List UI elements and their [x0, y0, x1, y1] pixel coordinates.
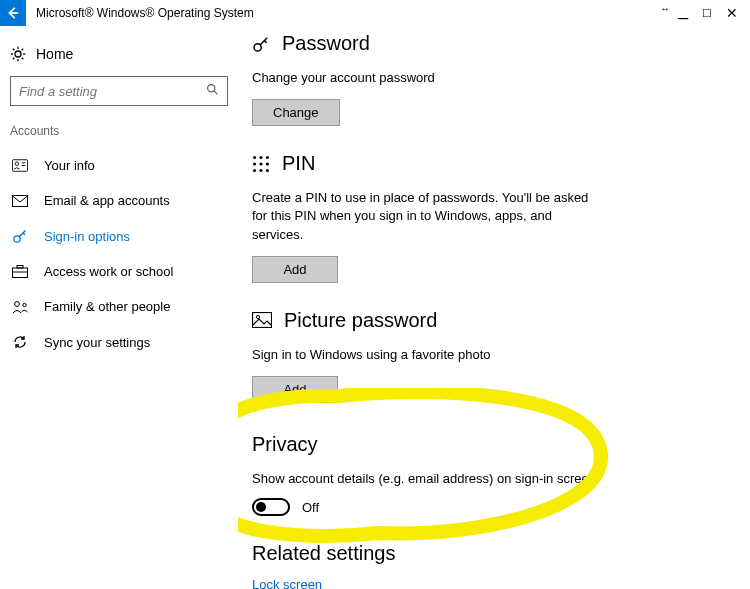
svg-point-29 [259, 156, 262, 159]
svg-point-10 [208, 85, 215, 92]
back-button[interactable] [0, 0, 26, 26]
toggle-knob [256, 502, 266, 512]
privacy-toggle[interactable] [252, 498, 290, 516]
svg-point-33 [266, 162, 269, 165]
content-area: Password Change your account password Ch… [238, 26, 750, 589]
svg-rect-20 [13, 268, 28, 278]
sidebar-item-label: Family & other people [44, 299, 170, 314]
home-label: Home [36, 46, 73, 62]
maximize-button[interactable]: ☐ [702, 8, 712, 19]
svg-point-1 [15, 51, 21, 57]
svg-line-8 [13, 58, 15, 60]
svg-line-9 [22, 49, 24, 51]
svg-point-30 [266, 156, 269, 159]
people-icon [12, 300, 30, 314]
category-label: Accounts [10, 124, 228, 138]
svg-line-11 [214, 91, 217, 94]
svg-point-31 [253, 162, 256, 165]
sidebar-item-label: Sign-in options [44, 229, 130, 244]
related-settings-heading: Related settings [252, 542, 730, 565]
password-description: Change your account password [252, 69, 592, 87]
privacy-toggle-row: Off [252, 498, 730, 516]
picture-password-description: Sign in to Windows using a favorite phot… [252, 346, 592, 364]
sidebar-item-family-people[interactable]: Family & other people [10, 289, 228, 324]
privacy-toggle-state: Off [302, 500, 319, 515]
minimize-button[interactable]: _ [678, 0, 688, 18]
pin-heading-row: PIN [252, 152, 730, 175]
app-title: Microsoft® Windows® Operating System [36, 6, 254, 20]
svg-point-13 [15, 162, 19, 166]
search-box[interactable] [10, 76, 228, 106]
key-icon [252, 35, 270, 53]
password-heading: Password [282, 32, 370, 55]
person-card-icon [12, 159, 30, 172]
svg-point-36 [266, 169, 269, 172]
svg-point-35 [259, 169, 262, 172]
add-pin-button[interactable]: Add [252, 256, 338, 283]
sidebar-item-your-info[interactable]: Your info [10, 148, 228, 183]
add-picture-password-button[interactable]: Add [252, 376, 338, 403]
search-input[interactable] [19, 84, 206, 99]
privacy-description: Show account details (e.g. email address… [252, 470, 652, 488]
home-button[interactable]: Home [10, 42, 228, 76]
sidebar-item-label: Access work or school [44, 264, 173, 279]
svg-point-28 [253, 156, 256, 159]
envelope-icon [12, 195, 30, 207]
gear-icon [10, 46, 26, 62]
sidebar-item-label: Your info [44, 158, 95, 173]
change-password-button[interactable]: Change [252, 99, 340, 126]
svg-line-19 [23, 233, 25, 235]
sidebar-item-email-accounts[interactable]: Email & app accounts [10, 183, 228, 218]
titlebar: Microsoft® Windows® Operating System ↔ _… [0, 0, 750, 26]
sync-icon [12, 334, 30, 350]
lock-screen-link[interactable]: Lock screen [252, 577, 730, 589]
privacy-heading: Privacy [252, 433, 730, 456]
svg-point-24 [23, 303, 26, 306]
svg-rect-37 [253, 313, 272, 328]
picture-password-heading: Picture password [284, 309, 437, 332]
resize-indicator-icon: ↔ [660, 4, 670, 14]
password-heading-row: Password [252, 32, 730, 55]
svg-point-38 [256, 316, 259, 319]
arrow-left-icon [6, 6, 20, 20]
sidebar-item-sync-settings[interactable]: Sync your settings [10, 324, 228, 360]
svg-rect-16 [13, 195, 28, 206]
svg-line-27 [264, 40, 266, 42]
pin-heading: PIN [282, 152, 315, 175]
sidebar-item-label: Sync your settings [44, 335, 150, 350]
sidebar: Home Accounts Your info Email & app acco… [0, 26, 238, 589]
svg-point-34 [253, 169, 256, 172]
svg-line-7 [22, 58, 24, 60]
svg-line-6 [13, 49, 15, 51]
search-icon [206, 83, 219, 99]
svg-rect-21 [17, 266, 23, 269]
pin-description: Create a PIN to use in place of password… [252, 189, 592, 244]
svg-point-23 [15, 301, 20, 306]
picture-icon [252, 312, 272, 328]
sidebar-item-signin-options[interactable]: Sign-in options [10, 218, 228, 254]
key-icon [12, 228, 30, 244]
picture-password-heading-row: Picture password [252, 309, 730, 332]
svg-point-32 [259, 162, 262, 165]
close-button[interactable]: ✕ [726, 6, 738, 20]
window-controls: ↔ _ ☐ ✕ [660, 4, 750, 22]
keypad-icon [252, 155, 270, 173]
sidebar-item-label: Email & app accounts [44, 193, 170, 208]
briefcase-icon [12, 265, 30, 278]
sidebar-item-access-work-school[interactable]: Access work or school [10, 254, 228, 289]
